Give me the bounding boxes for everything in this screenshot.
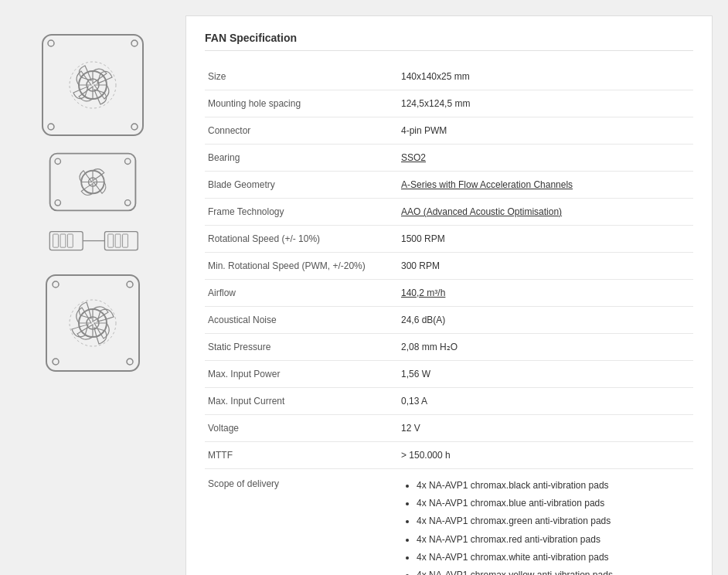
table-row: Blade GeometryA-Series with Flow Acceler…: [205, 172, 693, 199]
sidebar: [15, 15, 170, 575]
list-item: 4x NA-AVP1 chromax.blue anti-vibration p…: [417, 495, 690, 512]
svg-point-7: [70, 62, 116, 108]
spec-title: FAN Specification: [205, 32, 693, 51]
svg-rect-18: [67, 234, 73, 247]
table-row: Airflow140,2 m³/h: [205, 280, 693, 307]
table-row: Mounting hole spacing124,5x124,5 mm: [205, 90, 693, 117]
svg-rect-21: [115, 234, 121, 247]
spec-label: MTTF: [205, 442, 398, 469]
svg-point-4: [131, 124, 138, 130]
spec-value: 1,56 W: [398, 361, 693, 388]
table-row: Frame TechnologyAAO (Advanced Acoustic O…: [205, 199, 693, 226]
table-row: MTTF> 150.000 h: [205, 442, 693, 469]
spec-label: Blade Geometry: [205, 172, 398, 199]
svg-rect-8: [50, 154, 136, 211]
spec-label: Mounting hole spacing: [205, 90, 398, 117]
table-row: Size140x140x25 mm: [205, 63, 693, 90]
svg-rect-24: [46, 275, 139, 371]
spec-label: Static Pressure: [205, 334, 398, 361]
table-row: Max. Input Power1,56 W: [205, 361, 693, 388]
spec-value: > 150.000 h: [398, 442, 693, 469]
svg-rect-20: [108, 234, 114, 247]
svg-point-10: [125, 159, 131, 165]
spec-value: AAO (Advanced Acoustic Optimisation): [398, 199, 693, 226]
fan-front-image: [39, 31, 147, 139]
spec-value: 1500 RPM: [398, 226, 693, 253]
svg-point-2: [131, 40, 138, 46]
spec-value: 124,5x124,5 mm: [398, 90, 693, 117]
table-row: BearingSSO2: [205, 145, 693, 172]
svg-point-28: [127, 359, 133, 365]
spec-label: Rotational Speed (+/- 10%): [205, 226, 398, 253]
spec-label: Min. Rotational Speed (PWM, +/-20%): [205, 253, 398, 280]
spec-value: SSO2: [398, 145, 693, 172]
svg-rect-0: [43, 35, 143, 135]
spec-value: 4-pin PWM: [398, 117, 693, 145]
list-item: 4x NA-AVP1 chromax.green anti-vibration …: [417, 512, 690, 530]
delivery-list: 4x NA-AVP1 chromax.black anti-vibration …: [401, 477, 690, 575]
spec-label: Airflow: [205, 280, 398, 307]
svg-rect-22: [123, 234, 128, 247]
spec-label: Voltage: [205, 415, 398, 442]
page: FAN Specification Size140x140x25 mmMount…: [0, 0, 728, 575]
svg-point-31: [70, 300, 116, 346]
svg-point-3: [48, 124, 54, 130]
list-item: 4x NA-AVP1 chromax.black anti-vibration …: [417, 477, 690, 495]
table-row: Min. Rotational Speed (PWM, +/-20%)300 R…: [205, 253, 693, 280]
table-row: Static Pressure2,08 mm H₂O: [205, 334, 693, 361]
list-item: 4x NA-AVP1 chromax.yellow anti-vibration…: [417, 566, 690, 575]
spec-value: 2,08 mm H₂O: [398, 334, 693, 361]
scope-value: 4x NA-AVP1 chromax.black anti-vibration …: [398, 469, 693, 576]
svg-point-12: [125, 200, 131, 206]
spec-value: 24,6 dB(A): [398, 307, 693, 334]
spec-value: 140,2 m³/h: [398, 280, 693, 307]
spec-panel: FAN Specification Size140x140x25 mmMount…: [185, 15, 713, 575]
svg-point-26: [127, 281, 133, 288]
svg-point-25: [53, 281, 59, 288]
fan-angled-image: [39, 269, 147, 377]
table-row: Connector4-pin PWM: [205, 117, 693, 145]
spec-value: 0,13 A: [398, 388, 693, 415]
spec-label: Bearing: [205, 145, 398, 172]
spec-label: Max. Input Power: [205, 361, 398, 388]
fan-side-image: [46, 151, 139, 213]
spec-label: Connector: [205, 117, 398, 145]
table-row: Voltage12 V: [205, 415, 693, 442]
spec-label: Size: [205, 63, 398, 90]
spec-label: Acoustical Noise: [205, 307, 398, 334]
table-row: Scope of delivery4x NA-AVP1 chromax.blac…: [205, 469, 693, 576]
spec-label: Max. Input Current: [205, 388, 398, 415]
list-item: 4x NA-AVP1 chromax.white anti-vibration …: [417, 549, 690, 566]
spec-value: 300 RPM: [398, 253, 693, 280]
scope-label: Scope of delivery: [205, 469, 398, 576]
spec-value: A-Series with Flow Acceleration Channels: [398, 172, 693, 199]
spec-value: 12 V: [398, 415, 693, 442]
svg-rect-16: [53, 234, 59, 247]
spec-table: Size140x140x25 mmMounting hole spacing12…: [205, 63, 693, 575]
spec-label: Frame Technology: [205, 199, 398, 226]
list-item: 4x NA-AVP1 chromax.red anti-vibration pa…: [417, 531, 690, 549]
svg-point-11: [55, 200, 60, 206]
fan-cable-image: [46, 226, 139, 257]
svg-point-27: [53, 359, 59, 365]
table-row: Rotational Speed (+/- 10%)1500 RPM: [205, 226, 693, 253]
table-row: Max. Input Current0,13 A: [205, 388, 693, 415]
svg-point-1: [48, 40, 54, 46]
table-row: Acoustical Noise24,6 dB(A): [205, 307, 693, 334]
svg-rect-17: [60, 234, 66, 247]
svg-point-9: [55, 159, 60, 165]
spec-value: 140x140x25 mm: [398, 63, 693, 90]
